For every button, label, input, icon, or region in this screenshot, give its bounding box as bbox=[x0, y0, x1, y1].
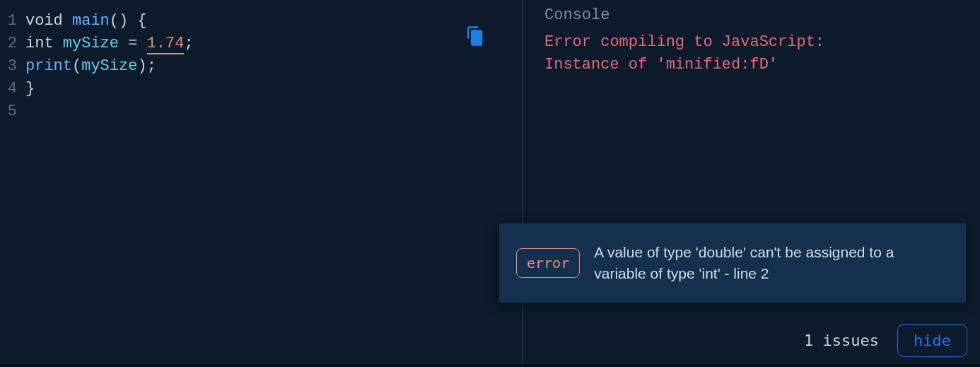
console-error-line: Error compiling to JavaScript: bbox=[544, 31, 963, 54]
issues-count: 1 issues bbox=[804, 332, 879, 349]
copy-icon bbox=[464, 37, 485, 49]
code-line[interactable]: 1void main() { bbox=[0, 10, 522, 33]
code-line[interactable]: 2int mySize = 1.74; bbox=[0, 33, 522, 55]
hide-button[interactable]: hide bbox=[897, 324, 967, 357]
editor-pane: 1void main() {2int mySize = 1.74;3print(… bbox=[0, 0, 523, 367]
line-number: 3 bbox=[0, 55, 25, 78]
code-text: } bbox=[25, 78, 35, 100]
code-text: print(mySize); bbox=[25, 55, 156, 78]
copy-button[interactable] bbox=[464, 25, 485, 47]
code-text: int mySize = 1.74; bbox=[25, 33, 194, 55]
line-number: 1 bbox=[0, 10, 25, 33]
line-number: 4 bbox=[0, 78, 25, 100]
code-line[interactable]: 5 bbox=[0, 100, 522, 123]
code-editor[interactable]: 1void main() {2int mySize = 1.74;3print(… bbox=[0, 0, 522, 123]
console-error-line: Instance of 'minified:fD' bbox=[544, 54, 963, 76]
line-number: 2 bbox=[0, 33, 25, 55]
code-line[interactable]: 4} bbox=[0, 78, 522, 100]
issue-message: A value of type 'double' can't be assign… bbox=[594, 242, 949, 284]
issue-popup: error A value of type 'double' can't be … bbox=[499, 223, 966, 303]
bottom-edge bbox=[0, 364, 980, 367]
app-root: 1void main() {2int mySize = 1.74;3print(… bbox=[0, 0, 980, 367]
code-text: void main() { bbox=[25, 10, 147, 33]
console-title: Console bbox=[544, 4, 963, 27]
code-line[interactable]: 3print(mySize); bbox=[0, 55, 522, 78]
line-number: 5 bbox=[0, 100, 25, 123]
error-badge: error bbox=[516, 248, 580, 278]
issues-footer: 1 issues hide bbox=[804, 324, 967, 357]
console-pane: Console Error compiling to JavaScript: I… bbox=[523, 0, 980, 367]
